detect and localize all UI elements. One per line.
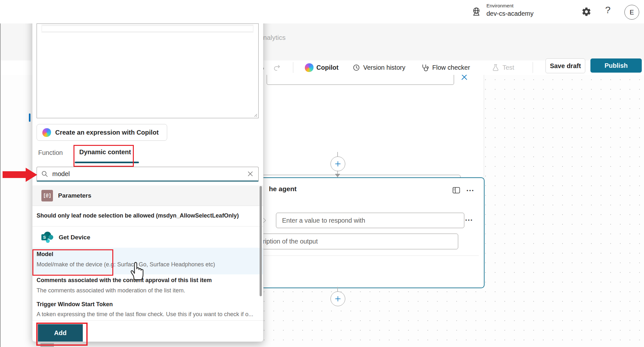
agent-card-title: he agent	[269, 185, 296, 193]
toolbar-divider	[293, 62, 293, 73]
group-header-label: Parameters	[58, 192, 91, 199]
history-clock-icon	[352, 64, 360, 72]
parameters-icon: [@]	[41, 190, 53, 201]
search-input[interactable]	[52, 170, 247, 178]
open-pane-icon[interactable]	[452, 186, 461, 195]
field-menu-button[interactable]: •••	[465, 217, 473, 223]
output-description-input[interactable]: ription of the output	[257, 234, 458, 249]
publish-label: Publish	[605, 62, 628, 69]
create-expression-copilot-button[interactable]: Create an expression with Copilot	[37, 124, 167, 141]
plus-icon	[334, 295, 341, 302]
list-item-trigger-window[interactable]: Trigger Window Start Token A token expre…	[32, 299, 263, 321]
mini-scrollbar[interactable]	[29, 113, 30, 122]
output-description-placeholder: ription of the output	[263, 238, 318, 245]
flow-checker-label: Flow checker	[432, 64, 470, 71]
plus-icon	[334, 160, 341, 167]
settings-gear-icon[interactable]	[581, 7, 591, 17]
add-button-label: Add	[54, 329, 67, 337]
card-divider	[263, 255, 479, 256]
window-edge	[0, 23, 1, 347]
dynamic-content-search[interactable]	[37, 167, 259, 182]
hand-cursor	[128, 260, 146, 281]
list-scrollbar[interactable]	[260, 186, 262, 296]
expression-panel: Create an expression with Copilot Functi…	[32, 4, 263, 342]
redo-button[interactable]	[273, 60, 281, 75]
list-item-model[interactable]: Model Model/make of the device (e.g: Sur…	[32, 248, 263, 274]
test-label: Test	[502, 64, 514, 71]
toolbar-divider	[533, 62, 533, 73]
beaker-icon	[492, 64, 500, 72]
card-top-field[interactable]	[267, 75, 454, 85]
test-button[interactable]: Test	[492, 60, 514, 75]
top-bar: Environment dev-cs-academy ? E	[0, 0, 644, 23]
publish-button[interactable]: Publish	[590, 58, 642, 73]
stethoscope-icon	[421, 64, 429, 72]
expression-editor[interactable]	[37, 23, 259, 118]
agent-response-card[interactable]: he agent ••• Enter a value to respond wi…	[257, 177, 485, 288]
copilot-icon	[42, 128, 51, 137]
version-history-label: Version history	[363, 64, 405, 71]
redo-icon	[273, 64, 281, 72]
search-icon	[41, 170, 48, 178]
clear-search-icon[interactable]	[247, 170, 254, 177]
active-tab-underline	[75, 162, 139, 163]
avatar-initial: E	[630, 9, 634, 16]
environment-label: Environment	[486, 3, 513, 8]
respond-value-input[interactable]: Enter a value to respond with	[276, 213, 464, 228]
save-draft-button[interactable]: Save draft	[545, 58, 585, 73]
page-bottom-fragment	[40, 343, 54, 347]
copilot-button-label: Create an expression with Copilot	[55, 129, 159, 136]
insert-action-button[interactable]	[331, 156, 345, 171]
resize-handle-icon[interactable]	[253, 112, 257, 117]
save-draft-label: Save draft	[550, 62, 581, 70]
connector-arrow	[335, 174, 340, 177]
card-menu-button[interactable]: •••	[467, 188, 475, 193]
flow-checker-button[interactable]: Flow checker	[421, 60, 470, 75]
breadcrumb: nalytics	[263, 34, 286, 41]
expression-editor-line	[41, 24, 253, 33]
group-header-get-device[interactable]: S Get Device	[32, 227, 263, 248]
add-button[interactable]: Add	[38, 324, 83, 342]
sharepoint-icon: S	[41, 232, 54, 243]
remove-field-icon[interactable]	[460, 75, 468, 81]
environment-globe-icon	[471, 6, 482, 17]
avatar[interactable]: E	[624, 5, 639, 20]
list-item-comments[interactable]: Comments associated with the content app…	[32, 274, 263, 299]
copilot-icon	[305, 63, 313, 72]
tab-dynamic-content[interactable]: Dynamic content	[79, 148, 131, 156]
group-header-parameters[interactable]: [@] Parameters	[32, 185, 263, 206]
insert-action-button[interactable]	[331, 291, 345, 306]
list-item-leaf-node[interactable]: Should only leaf node selection be allow…	[32, 206, 263, 227]
copilot-button[interactable]: Copilot	[305, 60, 339, 75]
connector-line	[337, 287, 338, 291]
group-header-label: Get Device	[59, 234, 90, 241]
version-history-button[interactable]: Version history	[352, 60, 405, 75]
annotation-arrow	[3, 168, 38, 182]
copilot-label: Copilot	[316, 64, 339, 71]
respond-value-placeholder: Enter a value to respond with	[282, 217, 365, 224]
help-button[interactable]: ?	[605, 4, 611, 15]
environment-name[interactable]: dev-cs-academy	[486, 10, 534, 17]
tab-function[interactable]: Function	[38, 149, 63, 156]
